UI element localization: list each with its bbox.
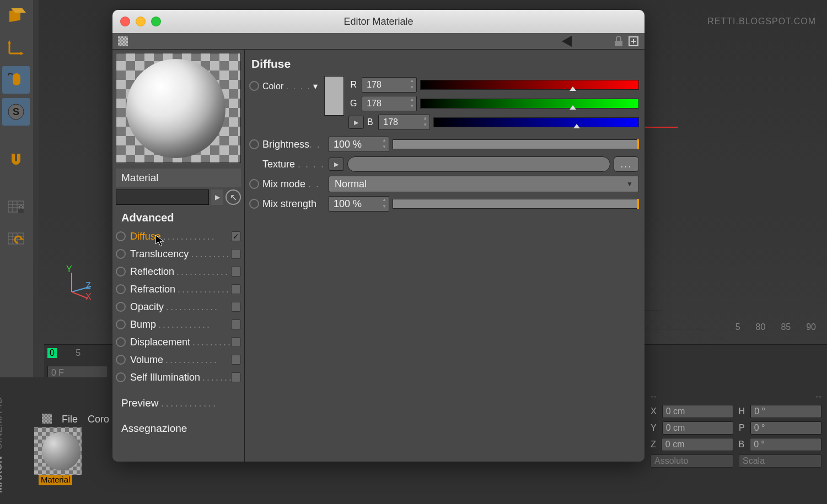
mouse-icon[interactable] [2,66,30,94]
mix-strength-label: Mix strength [262,198,325,210]
g-label: G [348,99,358,109]
r-slider[interactable] [420,80,639,90]
lock-icon[interactable] [614,36,624,47]
channel-checkbox[interactable] [231,249,241,259]
channel-opacity[interactable]: Opacity [116,298,241,316]
b-label: B [365,117,375,127]
menu-corona[interactable]: Coro [88,414,109,425]
anim-radio[interactable] [249,179,259,189]
mix-strength-slider[interactable] [393,199,639,209]
channel-refraction[interactable]: Refraction [116,280,241,298]
editor-toolbar [112,33,645,50]
y-field[interactable]: 0 cm [662,421,733,435]
panel-title: Diffuse [249,54,639,76]
assegnazione-link[interactable]: Assegnazione [112,419,244,438]
channel-checkbox[interactable] [231,337,241,347]
back-icon[interactable] [562,36,572,47]
channel-displacement[interactable]: Displacement [116,333,241,351]
anim-radio[interactable] [116,302,126,312]
channel-checkbox[interactable] [231,302,241,312]
sphere-s-icon[interactable]: S [2,98,30,126]
scale-mode[interactable]: Scala [739,454,821,468]
anim-radio[interactable] [116,337,126,347]
mix-mode-label: Mix mode . . [262,178,325,190]
anim-radio[interactable] [116,372,126,382]
channel-checkbox[interactable] [231,267,241,277]
channel-self-illumination[interactable]: Self Illumination [116,368,241,386]
texture-input[interactable] [347,156,610,172]
zoom-icon[interactable] [151,17,161,26]
menu-file[interactable]: File [62,414,78,425]
anim-radio[interactable] [116,355,126,365]
p-field[interactable]: 0 ° [750,421,821,435]
preview-link[interactable]: Preview [112,394,244,413]
channel-label: Self Illumination [130,372,231,383]
cursor-icon[interactable]: ↖ [225,189,241,205]
texture-label: Texture . . . . [262,159,325,170]
svg-text:S: S [13,106,19,117]
channel-checkbox[interactable] [231,284,241,294]
coord-mode[interactable]: Assoluto [651,454,733,468]
material-editor-window: Editor Materiale Material ▶ ↖ Advanced D… [112,10,645,462]
channel-reflection[interactable]: Reflection [116,263,241,280]
brightness-slider[interactable] [393,139,639,149]
anim-radio[interactable] [116,267,126,277]
anim-radio[interactable] [116,231,126,241]
texture-menu-button[interactable]: ▶ [329,158,344,171]
lock-grid-icon[interactable] [2,193,30,220]
axis-icon[interactable] [2,34,30,62]
material-thumbnail[interactable] [42,432,80,470]
x-field[interactable]: 0 cm [662,405,733,418]
channel-checkbox[interactable] [231,319,241,329]
channel-label: Refraction [130,284,231,295]
channel-checkbox[interactable] [231,231,241,241]
dropdown-arrow-icon[interactable]: ▶ [211,189,223,205]
close-icon[interactable] [120,17,130,26]
channel-diffuse[interactable]: Diffuse [116,227,241,245]
svg-rect-13 [615,41,622,46]
material-preview[interactable] [116,53,241,163]
cube-icon[interactable] [2,2,30,30]
anim-radio[interactable] [116,284,126,294]
color-mode-button[interactable]: ▶ [348,116,364,129]
x-axis-gizmo [645,127,678,128]
svg-rect-2 [13,73,20,85]
color-swatch[interactable] [324,76,344,116]
anim-radio[interactable] [249,81,259,91]
z-field[interactable]: 0 cm [662,438,733,451]
coordinates-panel: ---- X0 cmH0 ° Y0 cmP0 ° Z0 cmB0 ° Assol… [645,383,827,504]
r-label: R [348,80,358,90]
b-field[interactable]: 0 ° [750,438,821,451]
h-field[interactable]: 0 ° [750,405,821,418]
color-label: Color . . . . ▾ [262,81,318,91]
r-input[interactable]: 178▲▼ [362,77,417,93]
channel-volume[interactable]: Volume [116,351,241,368]
anim-radio[interactable] [249,139,259,149]
g-input[interactable]: 178▲▼ [362,96,417,111]
titlebar[interactable]: Editor Materiale [112,10,645,33]
orientation-gizmo: Y ZX [66,264,72,274]
brightness-label: Brightness. . [262,139,325,150]
anim-radio[interactable] [116,249,126,259]
mix-strength-input[interactable]: 100 %▲▼ [329,196,389,212]
brightness-input[interactable]: 100 %▲▼ [329,137,389,152]
new-window-icon[interactable] [628,36,639,47]
anim-radio[interactable] [116,319,126,329]
material-name[interactable]: Material [39,474,72,485]
texture-browse-button[interactable]: ... [614,156,639,172]
channel-translucency[interactable]: Translucency [116,245,241,263]
channel-bump[interactable]: Bump [116,316,241,333]
magnet-icon[interactable] [2,145,30,173]
search-input[interactable] [116,189,209,205]
b-slider[interactable] [433,117,639,127]
g-slider[interactable] [420,99,639,109]
minimize-icon[interactable] [136,17,146,26]
channel-checkbox[interactable] [231,372,241,382]
checker-icon[interactable] [118,36,128,46]
refresh-grid-icon[interactable] [2,225,30,252]
maxon-logo: MAXON CINEMA 4D [0,397,4,493]
b-input[interactable]: 178▲▼ [378,115,430,130]
anim-radio[interactable] [249,199,259,209]
channel-checkbox[interactable] [231,355,241,365]
mix-mode-dropdown[interactable]: Normal▼ [329,176,639,192]
